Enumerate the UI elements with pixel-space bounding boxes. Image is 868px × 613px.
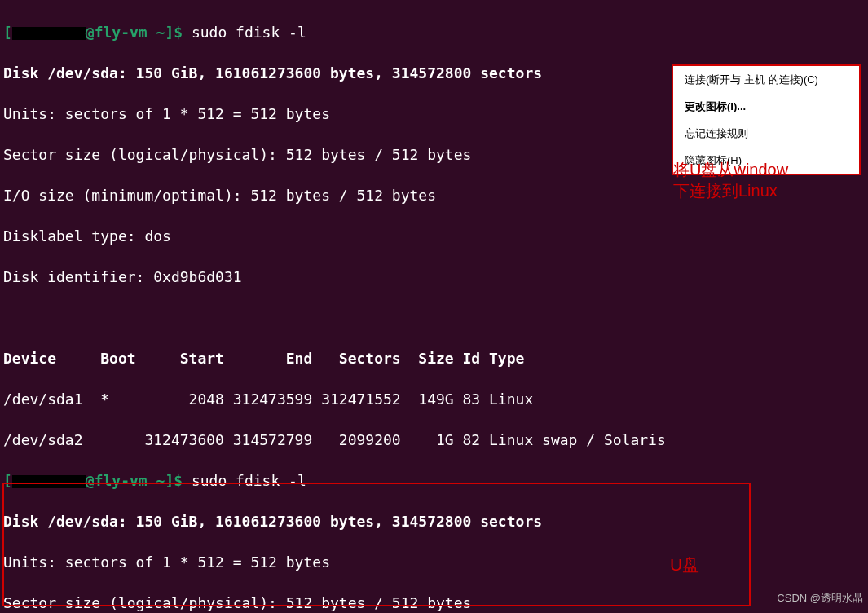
- bracket-close-2: ]$: [165, 472, 192, 489]
- units-2: Units: sectors of 1 * 512 = 512 bytes: [3, 552, 865, 572]
- annotation-usb-connect: 将U盘从window 下连接到Linux: [673, 159, 788, 201]
- disk-sda-header-2: Disk /dev/sda: 150 GiB, 161061273600 byt…: [3, 511, 865, 531]
- prompt-line-2: [@fly-vm ~]$ sudo fdisk -l: [3, 470, 865, 491]
- disk-ident-1: Disk identifier: 0xd9b6d031: [3, 267, 865, 287]
- disklabel-1: Disklabel type: dos: [3, 226, 865, 246]
- partition-header-1: Device Boot Start End Sectors Size Id Ty…: [3, 348, 865, 368]
- annotation-line-1: 将U盘从window: [673, 159, 788, 180]
- watermark: CSDN @透明水晶: [777, 588, 863, 608]
- sector-size-2: Sector size (logical/physical): 512 byte…: [3, 593, 865, 613]
- prompt-line-1: [@fly-vm ~]$ sudo fdisk -l: [3, 22, 865, 42]
- redacted-user: [12, 27, 86, 40]
- user-host-1: @fly-vm: [86, 24, 148, 41]
- menu-connect[interactable]: 连接(断开与 主机 的连接)(C): [673, 66, 859, 93]
- command-2[interactable]: sudo fdisk -l: [192, 472, 306, 489]
- bracket-close: ]$: [165, 24, 192, 41]
- menu-forget-rule[interactable]: 忘记连接规则: [673, 120, 859, 147]
- annotation-usb-label: U盘: [670, 554, 699, 575]
- user-host-2: @fly-vm: [86, 472, 148, 489]
- path-1: ~: [148, 24, 165, 41]
- path-2: ~: [148, 472, 165, 489]
- bracket-open-2: [: [3, 472, 12, 489]
- command-1[interactable]: sudo fdisk -l: [192, 24, 306, 41]
- menu-change-icon[interactable]: 更改图标(I)...: [673, 93, 859, 120]
- blank-line: [3, 307, 865, 328]
- partition-row-sda1-a: /dev/sda1 * 2048 312473599 312471552 149…: [3, 389, 865, 409]
- bracket-open: [: [3, 24, 12, 41]
- redacted-user-2: [12, 475, 86, 488]
- annotation-line-2: 下连接到Linux: [673, 180, 788, 201]
- partition-row-sda2-a: /dev/sda2 312473600 314572799 2099200 1G…: [3, 430, 865, 450]
